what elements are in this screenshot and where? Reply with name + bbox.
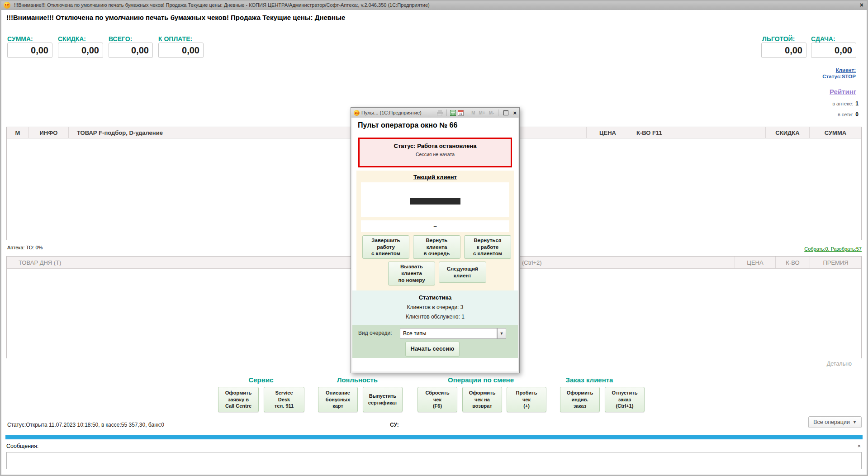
group-order-heading: Заказ клиента [566,376,613,384]
change-label: СДАЧА: [811,35,835,43]
session-status-subtitle: Сессия не начата [360,152,511,157]
client-link[interactable]: Клиент: [836,67,856,73]
resume-client-button[interactable]: Вернуться к работе с клиентом [464,235,511,259]
service-desk-button[interactable]: Service Desk тел. 911 [264,387,304,412]
call-centre-button[interactable]: Оформить заявку в Call Centre [218,387,259,412]
messages-divider-bar [5,435,863,439]
dialog-content: Пульт оператора окно № 66 Статус: Работа… [352,118,518,371]
cash-status-text: Статус:Открыта 11.07.2023 10:18:50, в ка… [7,422,164,428]
dialog-close-icon[interactable]: × [513,109,517,116]
benefit-label: ЛЬГОТОЙ: [762,35,795,43]
clients-in-queue: Клиентов в очереди: 3 [352,304,518,310]
main-title-bar: 1С !!!Внимание!!! Отключена по умолчанию… [0,0,868,10]
svg-text:31: 31 [459,112,463,115]
sum-label: СУММА: [7,35,33,43]
queue-type-label: Вид очереди: [358,330,392,336]
detail-label: Детально [827,361,852,367]
1c-logo-icon: 1С [354,110,360,116]
current-client-box [361,182,509,217]
dialog-heading: Пульт оператора окно № 66 [358,121,457,129]
col-info: ИНФО [29,127,69,138]
in-pharmacy-label: в аптеке: [832,101,853,106]
dialog-footer-space [352,358,518,371]
client-status-link[interactable]: Статус:STOP [822,74,856,79]
maximize-icon[interactable] [503,110,508,115]
clients-served: Клиентов обслужено: 1 [352,314,518,320]
col-price: ЦЕНА [587,127,629,138]
1c-logo-icon: 1С [4,2,10,9]
assemble-link[interactable]: Собрать:0, Разобрать:57 [804,246,862,252]
calculator-icon[interactable] [450,110,456,116]
group-shift-heading: Операции по смене [448,376,514,384]
topay-label: К ОПЛАТЕ: [158,35,192,43]
messages-input[interactable] [6,452,862,469]
messages-label: Сообщения: [6,443,38,449]
bonus-cards-button[interactable]: Описание бонусных карт [318,387,358,412]
release-order-button[interactable]: Отпустить заказ (Ctrl+1) [605,387,645,412]
finish-client-button[interactable]: Завершить работу с клиентом [362,235,409,259]
dialog-title-bar[interactable]: 1С Пульт... (1С:Предприятие) 31 M M+ M- … [351,108,519,118]
memory-m-button[interactable]: M [470,110,476,115]
current-client-heading: Текщий клиент [356,174,514,181]
memory-m-minus-button[interactable]: M- [488,110,495,115]
in-pharmacy-value: 1 [855,100,859,107]
session-status-title: Статус: Работа остановлена [360,143,511,149]
topay-field[interactable]: 0,00 [158,43,204,58]
certificate-button[interactable]: Выпустить сертификат [363,387,403,412]
change-field[interactable]: 0,00 [811,43,856,58]
total-label: ВСЕГО: [109,35,132,43]
statistics-panel: Статистика Клиентов в очереди: 3 Клиенто… [352,290,518,325]
individual-order-button[interactable]: Оформить индив. заказ [560,387,600,412]
discount-label: СКИДКА: [58,35,86,43]
in-network-count: в сети:0 [838,111,859,118]
print-icon[interactable] [436,110,443,116]
col-actions-partial: И (Ctrl+2) [516,257,542,268]
next-client-button[interactable]: Следующий клиент [439,262,486,283]
reset-check-button[interactable]: Сбросить чек (F6) [417,387,457,412]
pharmacy-to-link[interactable]: Аптека: ТО: 0% [7,245,43,250]
punch-check-button[interactable]: Пробить чек (+) [507,387,546,412]
dialog-title: Пульт... (1С:Предприятие) [361,110,422,115]
return-check-button[interactable]: Оформить чек на возврат [462,387,502,412]
messages-close-icon[interactable]: × [857,443,861,449]
col-sum: СУММА [810,127,861,138]
in-pharmacy-count: в аптеке:1 [832,100,859,107]
client-status-links: Клиент: Статус:STOP [822,67,856,80]
return-client-queue-button[interactable]: Вернуть клиента в очередь [413,235,460,259]
warning-banner: !!!Внимание!!! Отключена по умолчанию пе… [6,14,345,21]
call-client-by-number-button[interactable]: Вызвать клиента по номеру [388,262,435,286]
col-m: М [7,127,29,138]
rating-link[interactable]: Рейтинг [830,88,856,95]
queue-type-select[interactable]: Все типы [400,328,497,339]
start-session-button[interactable]: Начать сессию [405,342,460,357]
col-day-premium: ПРЕМИЯ [810,257,861,268]
session-status-box: Статус: Работа остановлена Сессия не нач… [358,138,512,167]
statistics-heading: Статистика [352,294,518,301]
col-day-qty: К-ВО [776,257,810,268]
benefit-field[interactable]: 0,00 [761,43,806,58]
su-label: СУ: [390,422,399,428]
group-service-heading: Сервис [248,376,273,384]
chevron-down-icon: ▼ [853,420,857,424]
calendar-icon[interactable]: 31 [458,110,464,116]
col-discount: СКИДКА [766,127,810,138]
queue-type-dropdown-icon[interactable]: ▼ [497,328,506,339]
total-field[interactable]: 0,00 [109,43,153,58]
current-client-panel: Текщий клиент – Завершить работу с клиен… [356,171,514,290]
operator-console-dialog: 1С Пульт... (1С:Предприятие) 31 M M+ M- … [351,107,520,373]
window-title: !!!Внимание!!! Отключена по умолчанию пе… [14,2,430,8]
sum-field[interactable]: 0,00 [7,43,52,58]
memory-m-plus-button[interactable]: M+ [478,110,486,115]
in-network-label: в сети: [838,112,853,117]
group-loyalty-heading: Лояльность [337,376,378,384]
col-day-price: ЦЕНА [735,257,776,268]
col-qty: К-ВО F11 [629,127,766,138]
client-extra-field: – [361,220,509,232]
discount-field[interactable]: 0,00 [58,43,103,58]
all-operations-button[interactable]: Все операции▼ [808,416,862,428]
client-name-redacted [410,198,460,205]
close-icon[interactable]: × [860,1,863,9]
in-network-value: 0 [855,111,859,118]
